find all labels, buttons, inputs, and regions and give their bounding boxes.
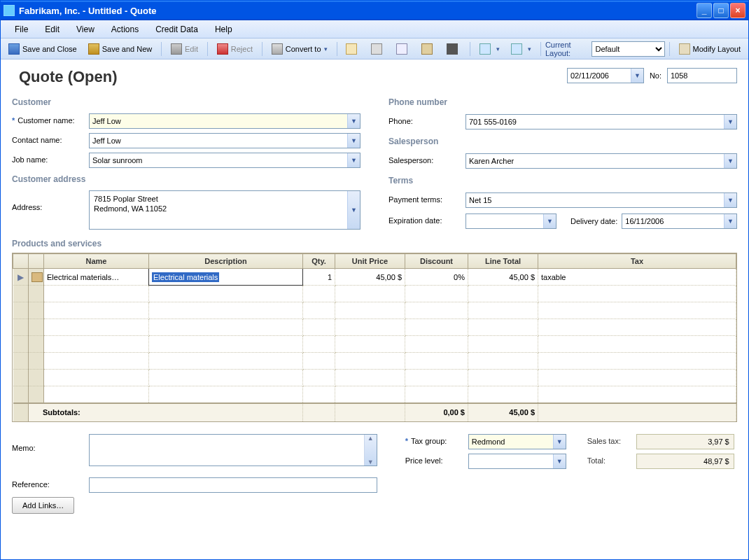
menu-actions[interactable]: Actions [103, 22, 147, 37]
row-discount-cell[interactable]: 0% [405, 269, 468, 286]
memo-scrollbar[interactable]: ▲ ▼ [364, 435, 377, 465]
grid-header-qty[interactable]: Qty. [303, 254, 335, 269]
chevron-down-icon[interactable] [347, 114, 360, 128]
grid-header-discount[interactable]: Discount [405, 254, 468, 269]
reject-icon [217, 43, 228, 55]
reject-label: Reject [231, 45, 253, 53]
price-level-input[interactable] [468, 454, 566, 469]
expiration-date-input[interactable] [465, 214, 556, 229]
print-button[interactable] [366, 41, 390, 57]
close-button[interactable]: × [730, 3, 746, 18]
modify-layout-button[interactable]: Modify Layout [674, 41, 746, 57]
empty-row[interactable] [13, 336, 736, 353]
quote-date-input[interactable]: 02/11/2006 [567, 68, 644, 83]
mail-button[interactable] [341, 41, 365, 57]
scroll-down-icon[interactable]: ▼ [368, 458, 374, 465]
customer-name-label: Customer name: [12, 113, 89, 125]
maximize-button[interactable]: □ [713, 3, 729, 18]
empty-row[interactable] [13, 353, 736, 370]
payment-terms-label: Payment terms: [388, 192, 465, 204]
chevron-down-icon[interactable] [347, 153, 360, 167]
row-unit-price-cell[interactable]: 45,00 $ [335, 269, 405, 286]
grid-header-row: Name Description Qty. Unit Price Discoun… [13, 254, 736, 269]
row-qty-cell[interactable]: 1 [303, 269, 335, 286]
total-value: 48,97 $ [636, 454, 734, 469]
delivery-date-input[interactable]: 16/11/2006 [622, 214, 737, 229]
row-tax-cell[interactable]: taxable [538, 269, 736, 286]
empty-row[interactable] [13, 302, 736, 319]
chevron-down-icon[interactable] [543, 214, 556, 228]
menu-credit-data[interactable]: Credit Data [147, 22, 206, 37]
save-and-close-button[interactable]: Save and Close [4, 41, 82, 57]
row-type-icon-cell [29, 269, 44, 286]
save-and-new-button[interactable]: Save and New [83, 41, 158, 57]
row-name-cell[interactable]: Electrical materials… [44, 269, 149, 286]
table-row[interactable]: ▶ Electrical materials… Electrical mater… [13, 269, 736, 286]
grid-header-name[interactable]: Name [44, 254, 149, 269]
salesperson-input[interactable]: Karen Archer [465, 153, 737, 169]
memo-label: Memo: [12, 434, 89, 452]
grid-header-line-total[interactable]: Line Total [468, 254, 538, 269]
total-label: Total: [587, 454, 636, 465]
add-links-button[interactable]: Add Links… [12, 497, 74, 514]
quote-number-input[interactable] [667, 68, 737, 83]
chevron-down-icon: ▾ [528, 46, 531, 52]
chevron-down-icon[interactable] [631, 69, 643, 83]
row-description-cell[interactable]: Electrical materials [149, 269, 303, 286]
phone-value: 701 555-0169 [466, 118, 724, 126]
contact-name-input[interactable]: Jeff Low [89, 133, 360, 148]
reference-input[interactable] [89, 477, 377, 493]
modify-layout-label: Modify Layout [693, 45, 741, 53]
scroll-up-icon[interactable]: ▲ [368, 435, 374, 442]
nav-next-icon [511, 43, 522, 55]
row-indicator-icon: ▶ [18, 272, 24, 282]
titlebar: Fabrikam, Inc. - Untitled - Quote _ □ × [1, 1, 748, 20]
minimize-button[interactable]: _ [696, 3, 712, 18]
contact-name-value: Jeff Low [90, 136, 347, 145]
memo-input[interactable]: ▲ ▼ [89, 434, 377, 466]
products-table: Name Description Qty. Unit Price Discoun… [13, 253, 736, 421]
chevron-down-icon[interactable] [724, 214, 736, 228]
save-and-new-label: Save and New [102, 45, 153, 53]
grid-header-unit-price[interactable]: Unit Price [335, 254, 405, 269]
convert-button[interactable]: Convert to ▾ [267, 41, 332, 57]
menu-file[interactable]: File [6, 22, 36, 37]
chevron-down-icon[interactable] [724, 154, 736, 168]
layout-select[interactable]: Default [592, 41, 664, 57]
products-grid: Name Description Qty. Unit Price Discoun… [12, 253, 737, 422]
empty-row[interactable] [13, 319, 736, 336]
empty-row[interactable] [13, 286, 736, 302]
chevron-down-icon[interactable] [347, 134, 360, 148]
row-line-total-cell[interactable]: 45,00 $ [468, 269, 538, 286]
phone-input[interactable]: 701 555-0169 [465, 114, 737, 130]
chevron-down-icon[interactable] [724, 115, 736, 129]
address-input[interactable]: 7815 Poplar Street Redmond, WA 11052 [89, 190, 360, 230]
chevron-down-icon[interactable] [724, 193, 736, 207]
page-title: Quote (Open) [12, 65, 118, 93]
empty-row[interactable] [13, 370, 736, 386]
delete-icon [447, 43, 458, 55]
toolbar-separator [669, 42, 670, 56]
menu-view[interactable]: View [68, 22, 103, 37]
toolbar: Save and Close Save and New Edit Reject … [1, 38, 748, 59]
job-name-input[interactable]: Solar sunroom [89, 153, 360, 168]
menu-help[interactable]: Help [206, 22, 241, 37]
grid-header-description[interactable]: Description [149, 254, 303, 269]
grid-header-tax[interactable]: Tax [538, 254, 736, 269]
empty-row[interactable] [13, 386, 736, 403]
toolbar-separator [337, 42, 337, 56]
menu-edit[interactable]: Edit [36, 22, 68, 37]
chevron-down-icon[interactable] [553, 435, 566, 449]
clipboard-button[interactable] [416, 41, 440, 57]
clipboard-icon [421, 43, 433, 55]
customer-name-input[interactable]: Jeff Low [89, 113, 360, 129]
tax-group-input[interactable]: Redmond [468, 434, 566, 449]
window-title: Fabrikam, Inc. - Untitled - Quote [19, 6, 695, 16]
chevron-down-icon[interactable] [347, 191, 360, 229]
nav-prev-icon [479, 43, 491, 55]
row-selector[interactable]: ▶ [13, 269, 29, 286]
print-preview-button[interactable] [391, 41, 415, 57]
chevron-down-icon[interactable] [553, 454, 566, 468]
payment-terms-input[interactable]: Net 15 [465, 192, 737, 208]
convert-label: Convert to [286, 45, 321, 53]
